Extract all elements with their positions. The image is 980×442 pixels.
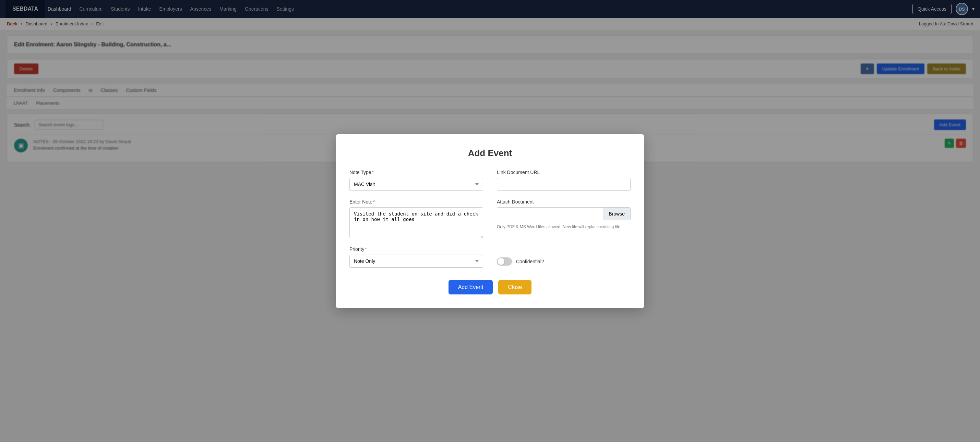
add-event-modal: Add Event Note Type* MAC Visit Link Docu… [336, 134, 644, 168]
modal-overlay[interactable]: Add Event Note Type* MAC Visit Link Docu… [0, 0, 980, 168]
modal-title: Add Event [349, 148, 631, 158]
